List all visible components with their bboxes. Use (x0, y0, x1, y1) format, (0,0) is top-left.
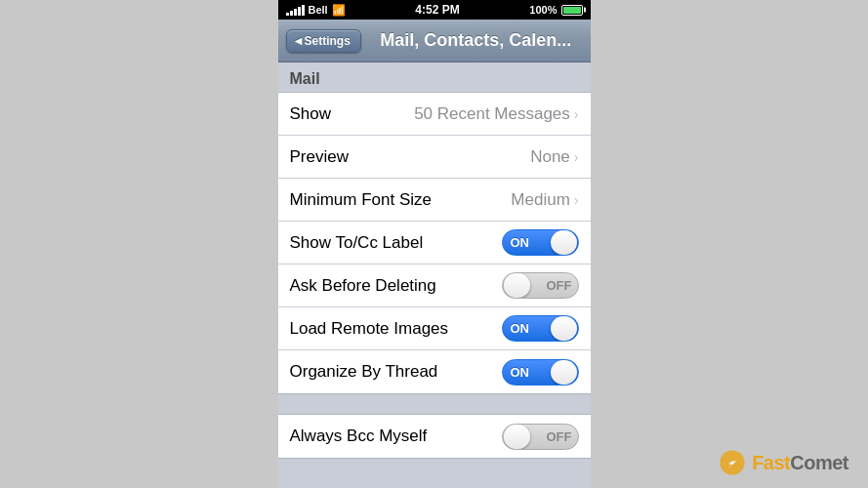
signal-bars (286, 5, 305, 16)
minimum-font-size-chevron: › (574, 192, 579, 208)
show-tocc-toggle-label: ON (511, 235, 530, 250)
signal-bar-1 (286, 13, 289, 16)
organize-by-thread-toggle-knob (551, 360, 577, 385)
preview-label: Preview (290, 147, 349, 167)
load-remote-images-toggle-label: ON (511, 321, 530, 336)
preview-value-text: None (530, 147, 570, 167)
always-bcc-row: Always Bcc Myself OFF (278, 415, 591, 458)
ask-before-deleting-label: Ask Before Deleting (290, 276, 436, 296)
organize-by-thread-label: Organize By Thread (290, 362, 438, 382)
show-value-text: 50 Recent Messages (414, 104, 570, 124)
nav-title: Mail, Contacts, Calen... (369, 30, 583, 51)
battery-fill (563, 7, 581, 14)
preview-value: None › (530, 147, 578, 167)
bottom-settings-list: Always Bcc Myself OFF (278, 414, 591, 459)
carrier-label: Bell (309, 4, 328, 16)
show-row[interactable]: Show 50 Recent Messages › (278, 93, 591, 136)
show-tocc-row: Show To/Cc Label ON (278, 222, 591, 264)
load-remote-images-label: Load Remote Images (290, 319, 449, 339)
watermark-text: FastComet (752, 452, 848, 474)
nav-bar: Settings Mail, Contacts, Calen... (278, 20, 591, 62)
status-time: 4:52 PM (415, 3, 459, 17)
bottom-section: Always Bcc Myself OFF (278, 414, 591, 459)
battery-percent-label: 100% (529, 4, 557, 16)
preview-chevron: › (574, 149, 579, 165)
always-bcc-toggle[interactable]: OFF (502, 424, 579, 450)
organize-by-thread-row: Organize By Thread ON (278, 350, 591, 393)
ask-before-deleting-toggle[interactable]: OFF (502, 272, 579, 299)
always-bcc-label: Always Bcc Myself (290, 427, 428, 446)
status-left: Bell 📶 (286, 4, 346, 17)
show-chevron: › (574, 106, 579, 122)
signal-bar-5 (302, 5, 305, 16)
show-value: 50 Recent Messages › (414, 104, 578, 124)
ask-before-deleting-toggle-label: OFF (547, 278, 572, 293)
phone-frame: Bell 📶 4:52 PM 100% Settings Mail, Conta… (278, 0, 591, 488)
battery-icon (561, 5, 583, 16)
minimum-font-size-row[interactable]: Minimum Font Size Medium › (278, 179, 591, 222)
signal-bar-3 (294, 9, 297, 16)
watermark: FastComet (719, 449, 848, 476)
content: Mail Show 50 Recent Messages › Preview N… (278, 62, 591, 488)
show-label: Show (290, 104, 332, 124)
ask-before-deleting-row: Ask Before Deleting OFF (278, 264, 591, 307)
load-remote-images-toggle-knob (551, 316, 577, 341)
watermark-text-second: Comet (790, 452, 848, 473)
always-bcc-toggle-label: OFF (547, 429, 572, 444)
mail-section-header: Mail (278, 62, 591, 92)
fastcomet-logo-icon (719, 449, 746, 476)
minimum-font-size-label: Minimum Font Size (290, 190, 432, 210)
show-tocc-toggle-knob (551, 230, 577, 255)
settings-list: Show 50 Recent Messages › Preview None ›… (278, 92, 591, 394)
show-tocc-toggle[interactable]: ON (502, 229, 579, 256)
status-bar: Bell 📶 4:52 PM 100% (278, 0, 591, 20)
minimum-font-size-value: Medium › (511, 190, 578, 210)
preview-row[interactable]: Preview None › (278, 136, 591, 179)
minimum-font-size-value-text: Medium (511, 190, 569, 210)
load-remote-images-row: Load Remote Images ON (278, 307, 591, 350)
always-bcc-toggle-knob (504, 425, 530, 449)
wifi-icon: 📶 (332, 4, 346, 17)
signal-bar-4 (298, 7, 301, 16)
back-button[interactable]: Settings (286, 29, 361, 53)
status-right: 100% (529, 4, 582, 16)
organize-by-thread-toggle-label: ON (511, 365, 530, 380)
signal-bar-2 (290, 11, 293, 16)
ask-before-deleting-toggle-knob (504, 273, 530, 298)
organize-by-thread-toggle[interactable]: ON (502, 359, 579, 386)
show-tocc-label: Show To/Cc Label (290, 233, 424, 253)
load-remote-images-toggle[interactable]: ON (502, 315, 579, 342)
